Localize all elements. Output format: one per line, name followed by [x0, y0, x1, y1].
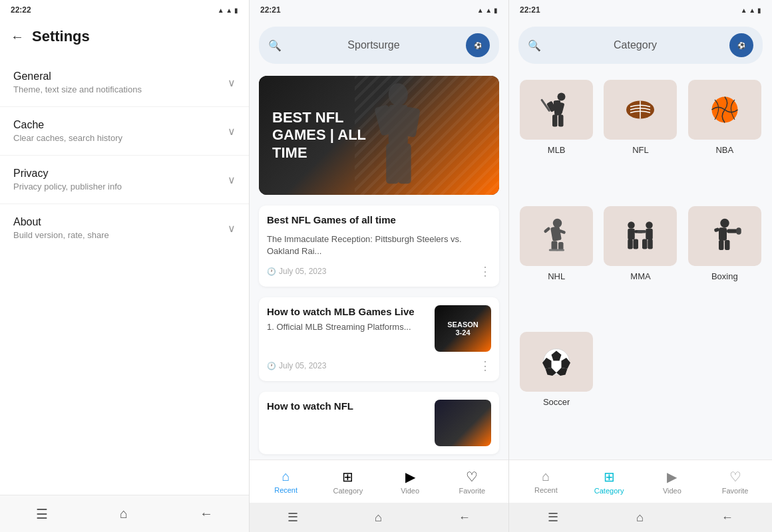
category-item-boxing[interactable]: Boxing — [687, 206, 763, 325]
settings-item-privacy[interactable]: Privacy Privacy policy, publisher info ∨ — [0, 156, 249, 204]
category-grid: MLB NFL — [509, 70, 772, 460]
mma-icon — [620, 216, 660, 256]
article-desc-mlb: 1. Official MLB Streaming Platforms... — [267, 321, 428, 333]
back-button[interactable]: ← — [11, 29, 24, 45]
article-title-nfl: Best NFL Games of all time — [267, 213, 491, 227]
nav-category[interactable]: ⊞ Category — [317, 469, 379, 495]
nav-favorite[interactable]: ♡ Favorite — [441, 469, 503, 495]
search-bar[interactable]: 🔍 Sportsurge ⚽ — [259, 27, 499, 64]
settings-panel: 22:22 ▲ ▲ ▮ ← Settings General Theme, te… — [0, 0, 250, 532]
status-icons-feed: ▲ ▲ ▮ — [477, 7, 498, 14]
category-label-boxing: Boxing — [711, 271, 738, 281]
nav-recent-cat[interactable]: ⌂ Recent — [514, 469, 578, 494]
nav-bar-settings: ☰ ⌂ ← — [0, 495, 249, 532]
bottom-nav-feed: ⌂ Recent ⊞ Category ▶ Video ♡ Favorite — [250, 460, 508, 503]
hockey-icon — [536, 216, 576, 256]
category-item-mlb[interactable]: MLB — [518, 80, 594, 198]
featured-card[interactable]: BEST NFL GAMES | ALL TIME — [259, 76, 499, 195]
back-sys-icon-cat[interactable]: ← — [721, 511, 733, 525]
nav-favorite-cat[interactable]: ♡ Favorite — [703, 469, 767, 495]
category-label-nhl: NHL — [548, 271, 565, 281]
settings-item-about[interactable]: About Build version, rate, share ∨ — [0, 204, 249, 252]
category-label-nba: NBA — [715, 145, 733, 155]
article-card-nfl[interactable]: Best NFL Games of all time The Immaculat… — [259, 205, 499, 287]
category-item-nfl[interactable]: NFL — [602, 80, 678, 198]
more-button-mlb[interactable]: ⋮ — [479, 358, 491, 373]
nav-video[interactable]: ▶ Video — [379, 469, 441, 495]
article-thumb-mlb: SEASON3-24 — [435, 305, 491, 352]
article-card-nfl2[interactable]: How to watch NFL — [259, 392, 499, 454]
nav-category-label-cat: Category — [594, 487, 624, 495]
article-card-mlb[interactable]: How to watch MLB Games Live 1. Official … — [259, 297, 499, 381]
settings-item-cache[interactable]: Cache Clear caches, search history ∨ — [0, 107, 249, 156]
svg-rect-39 — [719, 240, 724, 250]
category-item-soccer[interactable]: Soccer — [518, 332, 594, 450]
settings-cache-title: Cache — [13, 119, 122, 131]
search-container-cat: 🔍 Category ⚽ — [509, 20, 772, 70]
category-item-nhl[interactable]: NHL — [518, 206, 594, 325]
heart-icon: ♡ — [466, 469, 478, 485]
svg-rect-10 — [552, 115, 558, 127]
svg-rect-32 — [642, 239, 648, 249]
heart-icon-cat: ♡ — [729, 469, 741, 485]
grid-icon-cat: ⊞ — [604, 469, 615, 485]
category-thumb-mlb — [520, 80, 593, 140]
category-thumb-boxing — [688, 206, 761, 266]
svg-rect-29 — [638, 230, 647, 233]
search-bar-cat[interactable]: 🔍 Category ⚽ — [518, 27, 763, 64]
back-sys-icon[interactable]: ← — [459, 511, 471, 525]
article-title-nfl2: How to watch NFL — [267, 400, 428, 413]
home-icon[interactable]: ⌂ — [120, 506, 128, 521]
svg-point-6 — [558, 93, 566, 101]
svg-rect-31 — [634, 239, 639, 249]
clock-icon: 🕐 — [267, 362, 276, 370]
settings-item-general[interactable]: General Theme, text size and notificatio… — [0, 59, 249, 107]
settings-list: General Theme, text size and notificatio… — [0, 53, 249, 495]
feed-panel: 22:21 ▲ ▲ ▮ 🔍 Sportsurge ⚽ — [250, 0, 509, 532]
category-item-mma[interactable]: MMA — [602, 206, 678, 325]
soccer-icon — [536, 342, 576, 382]
search-placeholder-cat: Category — [548, 39, 723, 51]
nav-recent-label: Recent — [274, 486, 297, 494]
svg-rect-30 — [628, 239, 634, 249]
menu-icon[interactable]: ☰ — [36, 506, 48, 522]
featured-text: BEST NFL GAMES | ALL TIME — [272, 109, 366, 162]
home-sys-icon-cat[interactable]: ⌂ — [636, 511, 644, 525]
status-time-cat: 22:21 — [520, 5, 540, 15]
home-icon: ⌂ — [282, 469, 290, 484]
baseball-icon — [536, 90, 576, 130]
menu-sys-icon[interactable]: ☰ — [288, 510, 298, 525]
category-thumb-mma — [604, 206, 677, 266]
nav-category-cat[interactable]: ⊞ Category — [578, 469, 641, 495]
svg-rect-5 — [398, 144, 411, 184]
svg-rect-37 — [736, 227, 741, 235]
svg-rect-11 — [558, 115, 564, 127]
grid-icon: ⊞ — [342, 469, 353, 485]
svg-rect-17 — [550, 226, 562, 241]
svg-rect-20 — [552, 241, 558, 250]
category-thumb-nba — [688, 80, 761, 140]
nav-video-cat[interactable]: ▶ Video — [641, 469, 704, 495]
menu-sys-icon-cat[interactable]: ☰ — [548, 510, 558, 525]
article-date-mlb: July 05, 2023 — [279, 361, 326, 370]
category-label-mma: MMA — [630, 271, 650, 281]
svg-point-0 — [389, 83, 408, 106]
category-item-nba[interactable]: NBA — [687, 80, 763, 198]
settings-privacy-sub: Privacy policy, publisher info — [13, 182, 122, 192]
app-logo-label: ⚽ — [474, 42, 482, 49]
svg-point-34 — [720, 218, 729, 227]
settings-about-title: About — [13, 216, 109, 228]
more-button-nfl[interactable]: ⋮ — [479, 264, 491, 279]
svg-rect-26 — [628, 228, 636, 239]
category-label-soccer: Soccer — [543, 397, 570, 407]
chevron-icon: ∨ — [228, 222, 236, 235]
svg-point-16 — [553, 218, 562, 227]
svg-rect-40 — [725, 240, 730, 250]
back-icon[interactable]: ← — [200, 506, 213, 521]
svg-rect-18 — [544, 226, 551, 233]
home-sys-icon[interactable]: ⌂ — [375, 511, 382, 525]
play-icon-cat: ▶ — [667, 469, 677, 485]
svg-rect-27 — [646, 228, 654, 239]
nav-recent[interactable]: ⌂ Recent — [255, 469, 317, 494]
status-icons-cat: ▲ ▲ ▮ — [741, 7, 761, 14]
